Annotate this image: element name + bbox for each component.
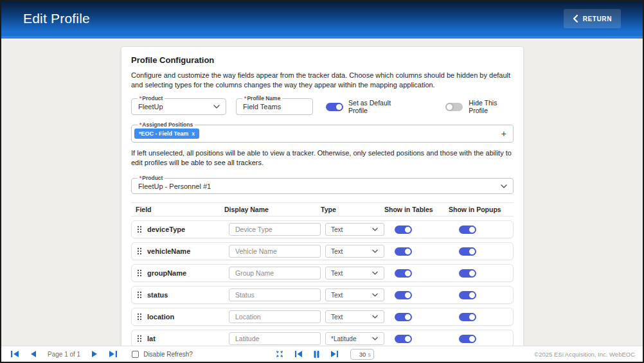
tracker-product-select[interactable]: *Product FleetUp - Personnel #1 xyxy=(131,178,514,194)
drag-handle-icon[interactable] xyxy=(137,269,143,277)
set-default-toggle[interactable] xyxy=(326,103,343,111)
header-show-in-popups: Show in Popups xyxy=(449,206,513,213)
chevron-down-icon xyxy=(372,227,378,231)
table-row: deviceType Device Type Text xyxy=(131,220,514,238)
interval-unit: s xyxy=(368,351,371,358)
position-chip-label: *EOC - Field Team xyxy=(139,130,188,137)
main-area: Profile Configuration Configure and cust… xyxy=(1,41,643,347)
edit-profile-screen: Edit Profile RETURN Profile Configuratio… xyxy=(0,0,644,363)
show-in-tables-toggle[interactable] xyxy=(395,269,411,278)
show-in-tables-toggle[interactable] xyxy=(395,247,411,256)
hide-profile-label: Hide This Profile xyxy=(469,99,514,114)
field-name: groupName xyxy=(147,269,229,277)
show-in-popups-toggle[interactable] xyxy=(459,269,476,278)
product-profile-row: *Product FleetUp *Profile Name Field Tea… xyxy=(131,98,514,115)
interval-value: 30 xyxy=(359,351,366,358)
drag-handle-icon[interactable] xyxy=(137,226,143,233)
type-value: *Latitude xyxy=(326,335,372,342)
profile-name-input[interactable]: *Profile Name Field Teams xyxy=(236,98,313,115)
chevron-down-icon xyxy=(372,271,378,275)
refresh-icon[interactable] xyxy=(270,350,289,358)
page-header: Edit Profile RETURN xyxy=(1,1,643,39)
show-in-popups-toggle[interactable] xyxy=(459,247,476,256)
type-select[interactable]: Text xyxy=(325,223,384,236)
field-name: status xyxy=(147,291,229,299)
card-title: Profile Configuration xyxy=(131,55,514,65)
show-in-tables-toggle[interactable] xyxy=(395,226,411,234)
chevron-left-icon xyxy=(573,15,578,22)
disable-refresh-label: Disable Refresh? xyxy=(143,351,193,358)
chevron-down-icon xyxy=(372,315,378,319)
chevron-down-icon xyxy=(372,337,378,341)
assigned-positions-field[interactable]: *Assigned Positions *EOC - Field Team x … xyxy=(131,125,514,143)
profile-name-label: *Profile Name xyxy=(242,95,282,102)
return-label: RETURN xyxy=(583,15,612,22)
card-description: Configure and customize the way fields a… xyxy=(131,71,514,90)
position-chip[interactable]: *EOC - Field Team x xyxy=(134,128,199,139)
field-name: vehicleName xyxy=(147,247,229,255)
header-show-in-tables: Show in Tables xyxy=(384,206,449,213)
hide-profile-toggle[interactable] xyxy=(446,103,463,111)
return-button[interactable]: RETURN xyxy=(564,9,621,28)
show-in-popups-toggle[interactable] xyxy=(459,291,476,299)
assigned-positions-label: *Assigned Positions xyxy=(138,121,195,128)
product-value: FleetUp xyxy=(132,103,213,111)
table-row: vehicleName Vehicle Name Text xyxy=(131,242,514,260)
drag-handle-icon[interactable] xyxy=(137,335,143,342)
page-indicator: Page 1 of 1 xyxy=(48,351,80,358)
drag-handle-icon[interactable] xyxy=(137,247,143,255)
first-page-button[interactable] xyxy=(5,351,24,357)
type-select[interactable]: Text xyxy=(325,245,384,258)
refresh-interval-input[interactable]: 30 s xyxy=(350,349,374,360)
header-type: Type xyxy=(321,206,384,213)
header-display-name: Display Name xyxy=(224,206,321,213)
page-title: Edit Profile xyxy=(23,11,90,26)
positions-help-text: If left unselected, all positions will b… xyxy=(131,148,514,168)
display-name-input[interactable]: Group Name xyxy=(229,267,321,279)
table-row: lat Latitude *Latitude xyxy=(131,330,514,347)
show-in-popups-toggle[interactable] xyxy=(459,226,476,234)
display-name-input[interactable]: Vehicle Name xyxy=(229,245,321,258)
header-field: Field xyxy=(131,206,224,213)
field-name: location xyxy=(147,313,229,321)
display-name-input[interactable]: Device Type xyxy=(229,223,321,236)
pause-button[interactable] xyxy=(308,351,325,358)
show-in-popups-toggle[interactable] xyxy=(459,335,476,343)
copyright-text: ©2025 ESi Acquisition, Inc. WebEOC xyxy=(534,351,635,358)
table-row: groupName Group Name Text xyxy=(131,264,514,282)
type-select[interactable]: *Latitude xyxy=(325,332,384,345)
product-select[interactable]: *Product FleetUp xyxy=(131,98,226,115)
type-select[interactable]: Text xyxy=(325,288,384,301)
drag-handle-icon[interactable] xyxy=(137,291,143,299)
last-page-button[interactable] xyxy=(103,351,123,357)
hide-profile-group: Hide This Profile xyxy=(446,99,514,114)
disable-refresh-checkbox[interactable]: Disable Refresh? xyxy=(132,351,193,358)
chip-remove-icon[interactable]: x xyxy=(192,130,195,137)
table-row: location Location Text xyxy=(131,308,514,326)
show-in-popups-toggle[interactable] xyxy=(459,313,476,321)
chevron-down-icon xyxy=(372,293,378,297)
checkbox-icon xyxy=(132,351,139,358)
display-name-input[interactable]: Latitude xyxy=(229,332,321,345)
type-select[interactable]: Text xyxy=(325,267,384,279)
drag-handle-icon[interactable] xyxy=(137,313,143,321)
type-value: Text xyxy=(326,226,372,233)
footer-bar: Page 1 of 1 Disable Refresh? xyxy=(1,346,643,362)
profile-configuration-card: Profile Configuration Configure and cust… xyxy=(121,46,524,347)
refresh-controls: 30 s xyxy=(270,349,374,360)
fields-table-body: deviceType Device Type Text vehicleName xyxy=(131,220,514,347)
display-name-input[interactable]: Location xyxy=(229,310,321,323)
skip-to-end-button[interactable] xyxy=(325,351,344,357)
next-page-button[interactable] xyxy=(85,351,103,357)
profile-name-value: Field Teams xyxy=(237,103,312,111)
type-select[interactable]: Text xyxy=(325,310,384,323)
previous-page-button[interactable] xyxy=(24,351,42,357)
display-name-input[interactable]: Status xyxy=(229,288,321,301)
type-value: Text xyxy=(326,292,372,299)
add-position-button[interactable]: + xyxy=(501,129,506,138)
skip-to-start-button[interactable] xyxy=(289,351,308,357)
set-default-label: Set as Default Profile xyxy=(348,99,406,114)
show-in-tables-toggle[interactable] xyxy=(395,313,411,321)
show-in-tables-toggle[interactable] xyxy=(395,291,411,299)
show-in-tables-toggle[interactable] xyxy=(395,335,411,343)
